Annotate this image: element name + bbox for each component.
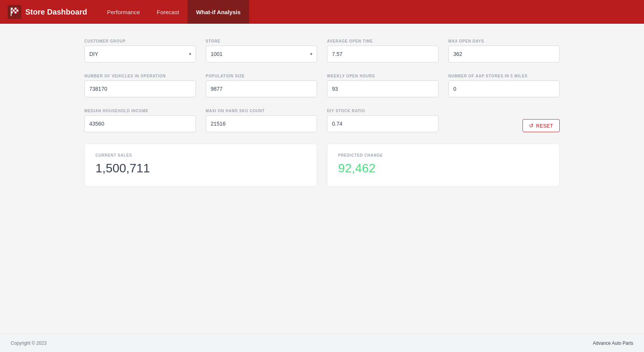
nav-item-performance[interactable]: Performance — [99, 0, 148, 24]
maxi-sku-label: MAXI ON HAND SKU COUNT — [206, 109, 317, 113]
weekly-open-hours-label: WEEKLY OPEN HOURS — [327, 74, 439, 78]
population-size-label: POPULATION SIZE — [206, 74, 317, 78]
svg-rect-4 — [16, 8, 18, 10]
weekly-open-hours-field: WEEKLY OPEN HOURS — [327, 74, 439, 97]
store-label: STORE — [206, 39, 317, 43]
customer-group-select-wrapper: DIY DIFM ▾ — [84, 46, 196, 62]
store-field: STORE 1001 1002 1003 ▾ — [206, 39, 317, 62]
store-select[interactable]: 1001 1002 1003 — [206, 46, 317, 62]
form-row-2: NUMBER OF VEHICLES IN OPERATION POPULATI… — [84, 74, 560, 97]
cards-row: CURRENT SALES 1,500,711 PREDICTED CHANGE… — [84, 144, 560, 187]
max-open-days-label: MAX OPEN DAYS — [449, 39, 560, 43]
current-sales-label: CURRENT SALES — [95, 153, 306, 157]
median-income-field: MEDIAN HOUSEHOLD INCOME — [84, 109, 196, 132]
main-content: CUSTOMER GROUP DIY DIFM ▾ STORE 1001 100… — [0, 24, 644, 334]
svg-rect-10 — [13, 11, 15, 13]
customer-group-label: CUSTOMER GROUP — [84, 39, 196, 43]
logo-icon — [8, 5, 21, 19]
max-open-days-field: MAX OPEN DAYS — [449, 39, 560, 62]
num-vehicles-input[interactable] — [84, 80, 196, 97]
diy-stock-ratio-field: DIY STOCK RATIO — [327, 109, 439, 132]
predicted-change-card: PREDICTED CHANGE 92,462 — [327, 144, 560, 187]
reset-icon: ↺ — [529, 123, 534, 129]
svg-rect-2 — [13, 8, 15, 10]
footer-copyright: Copyright © 2023 — [11, 341, 47, 346]
weekly-open-hours-input[interactable] — [327, 80, 439, 97]
svg-rect-3 — [15, 8, 16, 10]
svg-rect-12 — [16, 11, 18, 13]
header-nav: Performance Forecast What-if Analysis — [99, 0, 249, 24]
store-select-wrapper: 1001 1002 1003 ▾ — [206, 46, 317, 62]
customer-group-select[interactable]: DIY DIFM — [84, 46, 196, 62]
customer-group-field: CUSTOMER GROUP DIY DIFM ▾ — [84, 39, 196, 62]
nav-item-whatif[interactable]: What-if Analysis — [187, 0, 249, 24]
form-row-3: MEDIAN HOUSEHOLD INCOME MAXI ON HAND SKU… — [84, 109, 560, 132]
current-sales-value: 1,500,711 — [95, 161, 306, 175]
aap-stores-field: NUMBER OF AAP STORES IN 5 MILES — [449, 74, 560, 97]
avg-open-time-field: AVERAGE OPEN TIME — [327, 39, 439, 62]
num-vehicles-label: NUMBER OF VEHICLES IN OPERATION — [84, 74, 196, 78]
brand: Store Dashboard — [8, 5, 87, 19]
predicted-change-value: 92,462 — [338, 161, 549, 175]
num-vehicles-field: NUMBER OF VEHICLES IN OPERATION — [84, 74, 196, 97]
svg-rect-13 — [11, 8, 12, 16]
footer: Copyright © 2023 Advance Auto Parts — [0, 334, 644, 352]
nav-item-forecast[interactable]: Forecast — [148, 0, 187, 24]
aap-stores-label: NUMBER OF AAP STORES IN 5 MILES — [449, 74, 560, 78]
svg-rect-11 — [15, 11, 16, 13]
median-income-label: MEDIAN HOUSEHOLD INCOME — [84, 109, 196, 113]
current-sales-card: CURRENT SALES 1,500,711 — [84, 144, 317, 187]
reset-container: ↺ RESET — [449, 119, 560, 132]
maxi-sku-field: MAXI ON HAND SKU COUNT — [206, 109, 317, 132]
avg-open-time-label: AVERAGE OPEN TIME — [327, 39, 439, 43]
predicted-change-label: PREDICTED CHANGE — [338, 153, 549, 157]
population-size-input[interactable] — [206, 80, 317, 97]
reset-button[interactable]: ↺ RESET — [522, 119, 560, 132]
svg-rect-8 — [16, 10, 18, 11]
svg-rect-6 — [13, 10, 15, 11]
header: Store Dashboard Performance Forecast Wha… — [0, 0, 644, 24]
reset-label: RESET — [536, 123, 553, 129]
diy-stock-ratio-label: DIY STOCK RATIO — [327, 109, 439, 113]
header-title: Store Dashboard — [25, 8, 87, 16]
form-row-1: CUSTOMER GROUP DIY DIFM ▾ STORE 1001 100… — [84, 39, 560, 62]
footer-brand: Advance Auto Parts — [593, 341, 633, 346]
aap-stores-input[interactable] — [449, 80, 560, 97]
diy-stock-ratio-input[interactable] — [327, 115, 439, 132]
max-open-days-input[interactable] — [449, 46, 560, 62]
maxi-sku-input[interactable] — [206, 115, 317, 132]
svg-rect-7 — [15, 10, 16, 11]
median-income-input[interactable] — [84, 115, 196, 132]
avg-open-time-input[interactable] — [327, 46, 439, 62]
population-size-field: POPULATION SIZE — [206, 74, 317, 97]
